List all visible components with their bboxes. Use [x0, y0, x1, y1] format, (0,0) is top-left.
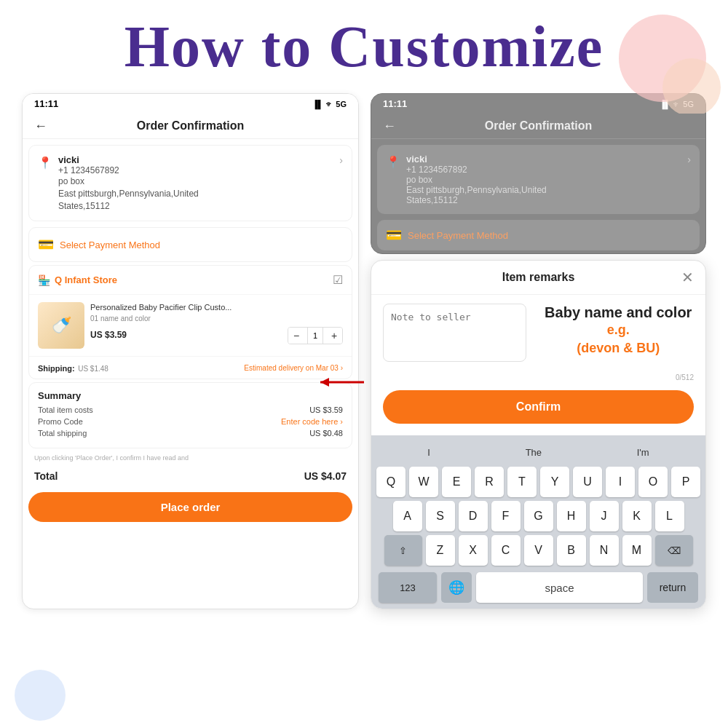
note-to-seller-input[interactable] — [383, 304, 526, 362]
right-location-icon: 📍 — [386, 155, 400, 169]
summary-row-shipping: Total shipping US $0.48 — [38, 429, 343, 438]
right-address-card: 📍 vicki +1 1234567892 po box East pittsb… — [377, 145, 700, 214]
modal-close-button[interactable]: ✕ — [681, 269, 694, 286]
key-shift[interactable]: ⇧ — [384, 535, 422, 566]
edit-icon[interactable]: ☑ — [333, 273, 343, 287]
key-k[interactable]: K — [622, 501, 652, 531]
key-c[interactable]: C — [491, 535, 521, 566]
key-x[interactable]: X — [459, 535, 488, 566]
key-backspace[interactable]: ⌫ — [655, 535, 693, 566]
product-name: Personalized Baby Pacifier Clip Custo... — [90, 302, 343, 312]
total-value: US $4.07 — [304, 470, 347, 482]
key-v[interactable]: V — [524, 535, 553, 566]
key-f[interactable]: F — [491, 501, 521, 531]
shipping-cost: US $1.48 — [78, 365, 108, 373]
key-p[interactable]: P — [671, 467, 700, 497]
store-name: Q Infant Store — [55, 274, 117, 285]
product-variant: 01 name and color — [90, 314, 343, 323]
suggestion-i[interactable]: I — [419, 444, 439, 461]
key-b[interactable]: B — [557, 535, 586, 566]
address-line1: po box — [58, 175, 333, 188]
location-icon: 📍 — [38, 156, 52, 170]
svg-marker-0 — [320, 378, 329, 387]
dark-bg-panel: 11:11 ▐▌ ᯤ 5G ← Order Confirmation 📍 vic… — [371, 93, 706, 254]
key-a[interactable]: A — [393, 501, 422, 531]
address-card-row: 📍 vicki +1 1234567892 po box East pittsb… — [38, 154, 343, 212]
keyboard-bottom-row: 123 🌐 space return — [374, 569, 703, 606]
key-o[interactable]: O — [638, 467, 668, 497]
key-numbers[interactable]: 123 — [379, 572, 437, 603]
payment-card[interactable]: 💳 Select Payment Method — [28, 227, 352, 262]
right-time: 11:11 — [383, 98, 407, 109]
key-l[interactable]: L — [655, 501, 684, 531]
place-order-button[interactable]: Place order — [28, 492, 352, 522]
keyboard-suggestions: I The I'm — [374, 441, 703, 464]
right-address-chevron[interactable]: › — [687, 154, 691, 165]
left-phone-panel: 11:11 ▐▌ ᯤ 5G ← Order Confirmation 📍 vic… — [22, 93, 359, 609]
keyboard: I The I'm Q W E R T Y U I O P — [371, 435, 705, 609]
key-u[interactable]: U — [573, 467, 602, 497]
deco-circle-peach — [662, 58, 721, 116]
summary-card: Summary Total item costs US $3.59 Promo … — [28, 382, 352, 448]
suggestion-im[interactable]: I'm — [628, 444, 658, 461]
summary-items-value: US $3.59 — [309, 405, 343, 414]
product-row: 🍼 Personalized Baby Pacifier Clip Custo.… — [29, 295, 352, 356]
key-d[interactable]: D — [459, 501, 488, 531]
address-phone: +1 1234567892 — [58, 165, 333, 175]
right-address-row: 📍 vicki +1 1234567892 po box East pittsb… — [386, 154, 691, 205]
key-n[interactable]: N — [590, 535, 619, 566]
right-address-phone: +1 1234567892 — [406, 165, 547, 175]
key-z[interactable]: Z — [426, 535, 455, 566]
quantity-control[interactable]: − 1 + — [288, 327, 343, 344]
key-s[interactable]: S — [426, 501, 455, 531]
key-globe[interactable]: 🌐 — [441, 572, 472, 603]
key-w[interactable]: W — [409, 467, 438, 497]
right-address-line2: East pittsburgh,Pennsylvania,United — [406, 185, 547, 195]
left-time: 11:11 — [34, 98, 58, 109]
panels-container: 11:11 ▐▌ ᯤ 5G ← Order Confirmation 📍 vic… — [0, 93, 728, 609]
right-panel: 11:11 ▐▌ ᯤ 5G ← Order Confirmation 📍 vic… — [371, 93, 706, 609]
key-return[interactable]: return — [647, 572, 698, 603]
qty-decrease-button[interactable]: − — [288, 328, 304, 344]
store-icon: 🏪 — [38, 274, 50, 286]
note-area-container: Baby name and color e.g. (devon & BU) — [371, 295, 705, 373]
qty-increase-button[interactable]: + — [326, 328, 342, 344]
summary-row-items: Total item costs US $3.59 — [38, 405, 343, 414]
modal-title: Item remarks — [502, 271, 575, 284]
suggestion-the[interactable]: The — [517, 444, 550, 461]
total-label: Total — [34, 470, 58, 482]
key-y[interactable]: Y — [540, 467, 569, 497]
summary-row-promo[interactable]: Promo Code Enter code here › — [38, 417, 343, 426]
modal-header: Item remarks ✕ — [371, 261, 705, 295]
left-back-button[interactable]: ← — [34, 119, 47, 134]
page-title: How to Customize — [0, 0, 728, 86]
left-nav-bar: ← Order Confirmation — [23, 114, 358, 139]
key-t[interactable]: T — [507, 467, 537, 497]
key-m[interactable]: M — [622, 535, 652, 566]
item-remarks-modal: Item remarks ✕ Baby name and color e.g. … — [371, 260, 706, 609]
hint-title: Baby name and color — [543, 304, 695, 321]
summary-promo-value[interactable]: Enter code here › — [281, 417, 343, 426]
note-hint: Baby name and color e.g. (devon & BU) — [543, 304, 695, 357]
arrow-svg — [313, 371, 371, 393]
right-address-name: vicki — [406, 154, 547, 165]
confirm-button[interactable]: Confirm — [383, 390, 694, 424]
key-space[interactable]: space — [476, 572, 643, 603]
product-price-row: US $3.59 − 1 + — [90, 325, 343, 344]
key-j[interactable]: J — [590, 501, 619, 531]
key-g[interactable]: G — [524, 501, 553, 531]
address-chevron[interactable]: › — [339, 154, 343, 166]
address-line3: States,15112 — [58, 200, 333, 213]
key-h[interactable]: H — [557, 501, 586, 531]
right-back-button[interactable]: ← — [383, 119, 396, 134]
key-r[interactable]: R — [475, 467, 504, 497]
key-e[interactable]: E — [442, 467, 471, 497]
summary-shipping-label: Total shipping — [38, 429, 87, 438]
store-header: 🏪 Q Infant Store ☑ 🔴 — [29, 266, 352, 295]
key-i[interactable]: I — [606, 467, 635, 497]
key-q[interactable]: Q — [376, 467, 405, 497]
right-payment-card[interactable]: 💳 Select Payment Method — [377, 220, 700, 250]
right-address-line1: po box — [406, 175, 547, 185]
summary-title: Summary — [38, 390, 343, 401]
right-payment-label: Select Payment Method — [408, 230, 508, 241]
